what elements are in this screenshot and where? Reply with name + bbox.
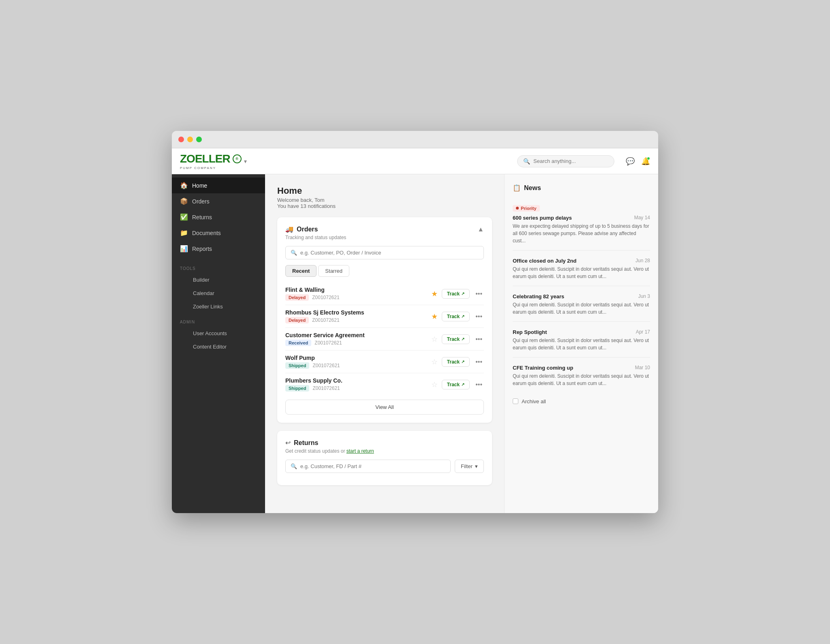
sidebar-item-returns-label: Returns	[192, 214, 212, 220]
news-item-title-2[interactable]: Celebrating 82 years	[513, 293, 634, 300]
order-id-3: Z001072621	[312, 363, 340, 368]
news-item-header-0: 600 series pump delays May 14	[513, 215, 650, 221]
main-layout: 🏠 Home 📦 Orders ✅ Returns 📁 Documents	[172, 174, 658, 513]
news-item-header-3: Rep Spotlight Apr 17	[513, 329, 650, 335]
messages-button[interactable]: 💬	[626, 157, 635, 166]
track-button-3[interactable]: Track ↗	[442, 357, 470, 367]
news-item-title-4[interactable]: CFE Training coming up	[513, 365, 631, 371]
orders-card: 🚚 Orders ▲ Tracking and status updates 🔍…	[277, 217, 492, 423]
star-button-4[interactable]: ☆	[431, 380, 438, 389]
order-actions-4: ☆ Track ↗ •••	[431, 380, 484, 389]
order-info-1: Rhombus Sj Electro Systems Delayed Z0010…	[285, 309, 426, 323]
sidebar-item-orders-label: Orders	[192, 198, 210, 205]
orders-card-subtitle: Tracking and status updates	[285, 235, 484, 240]
sidebar-item-reports[interactable]: 📊 Reports	[172, 241, 265, 257]
more-button-3[interactable]: •••	[474, 358, 484, 366]
order-name-0: Flint & Walling	[285, 287, 426, 293]
archive-row: Archive all	[513, 393, 650, 404]
order-name-2: Customer Service Agreement	[285, 332, 426, 338]
sidebar-item-returns[interactable]: ✅ Returns	[172, 209, 265, 225]
order-id-2: Z001072621	[314, 340, 342, 346]
track-button-0[interactable]: Track ↗	[442, 289, 470, 299]
more-button-4[interactable]: •••	[474, 381, 484, 388]
news-item-body-3: Qui qui rem deleniti. Suscipit in dolor …	[513, 337, 650, 351]
news-item-title-1[interactable]: Office closed on July 2nd	[513, 258, 631, 264]
track-button-1[interactable]: Track ↗	[442, 312, 470, 321]
more-button-0[interactable]: •••	[474, 290, 484, 297]
returns-card-title: Returns	[294, 439, 318, 447]
news-panel-title: 📋 News	[513, 184, 650, 192]
sidebar-item-orders[interactable]: 📦 Orders	[172, 193, 265, 209]
order-id-4: Z001072621	[312, 385, 340, 391]
sidebar-item-content-editor[interactable]: Content Editor	[172, 340, 265, 353]
order-name-1: Rhombus Sj Electro Systems	[285, 309, 426, 316]
sidebar-item-zoeller-links[interactable]: Zoeller Links	[172, 300, 265, 313]
track-link-icon-4: ↗	[461, 382, 464, 387]
archive-all-label: Archive all	[522, 398, 546, 404]
filter-label: Filter	[461, 463, 473, 469]
logo-sub: PUMP COMPANY	[180, 166, 216, 170]
orders-collapse-button[interactable]: ▲	[477, 226, 484, 233]
admin-section-label: ADMIN	[172, 313, 265, 327]
news-item-body-4: Qui qui rem deleniti. Suscipit in dolor …	[513, 372, 650, 387]
sidebar-item-builder[interactable]: Builder	[172, 273, 265, 287]
order-actions-1: ★ Track ↗ •••	[431, 312, 484, 321]
track-label-3: Track	[447, 359, 460, 365]
more-button-2[interactable]: •••	[474, 336, 484, 343]
view-all-button[interactable]: View All	[285, 400, 484, 415]
tab-recent[interactable]: Recent	[285, 265, 317, 277]
header-icons: 💬 🔔	[626, 157, 650, 166]
track-link-icon-0: ↗	[461, 291, 464, 296]
star-button-3[interactable]: ☆	[431, 357, 438, 366]
app-header: ZOELLER ® PUMP COMPANY ▾ 🔍 💬 🔔	[172, 148, 658, 174]
news-item-date-4: Mar 10	[635, 365, 650, 370]
news-item-header-2: Celebrating 82 years Jun 3	[513, 293, 650, 300]
track-link-icon-2: ↗	[461, 337, 464, 341]
star-button-0[interactable]: ★	[431, 289, 438, 298]
logo-area: ZOELLER ® PUMP COMPANY ▾	[180, 152, 261, 170]
minimize-button[interactable]	[187, 137, 193, 142]
sidebar: 🏠 Home 📦 Orders ✅ Returns 📁 Documents	[172, 174, 265, 513]
maximize-button[interactable]	[196, 137, 202, 142]
news-item-date-0: May 14	[634, 215, 650, 220]
status-badge-3: Shipped	[285, 362, 309, 369]
home-icon: 🏠	[180, 182, 187, 189]
filter-button[interactable]: Filter ▾	[455, 460, 484, 473]
orders-search-box[interactable]: 🔍	[285, 246, 484, 259]
track-button-2[interactable]: Track ↗	[442, 334, 470, 344]
track-label-0: Track	[447, 291, 460, 297]
sidebar-item-user-accounts[interactable]: User Accounts	[172, 327, 265, 340]
returns-icon: ✅	[180, 213, 187, 221]
news-item-title-3[interactable]: Rep Spotlight	[513, 329, 632, 335]
orders-search-input[interactable]	[300, 250, 479, 256]
news-item-4: CFE Training coming up Mar 10 Qui qui re…	[513, 357, 650, 393]
more-button-1[interactable]: •••	[474, 313, 484, 320]
sidebar-item-home[interactable]: 🏠 Home	[172, 178, 265, 193]
sidebar-item-documents[interactable]: 📁 Documents	[172, 225, 265, 241]
order-id-1: Z001072621	[312, 317, 339, 323]
notifications-button[interactable]: 🔔	[641, 157, 650, 166]
returns-search-input[interactable]	[300, 463, 445, 469]
search-input[interactable]	[533, 158, 608, 164]
messages-icon: 💬	[626, 157, 635, 165]
news-item-title-0[interactable]: 600 series pump delays	[513, 215, 630, 221]
page-welcome: Welcome back, Tom	[277, 197, 492, 203]
sidebar-item-calendar[interactable]: Calendar	[172, 287, 265, 300]
global-search-box[interactable]: 🔍	[517, 155, 614, 167]
app-window: ZOELLER ® PUMP COMPANY ▾ 🔍 💬 🔔	[172, 131, 658, 513]
star-button-2[interactable]: ☆	[431, 335, 438, 344]
start-return-link[interactable]: start a return	[347, 448, 374, 454]
order-info-2: Customer Service Agreement Received Z001…	[285, 332, 426, 346]
track-link-icon-1: ↗	[461, 314, 464, 319]
returns-subtitle-prefix: Get credit status updates or	[285, 448, 347, 454]
order-id-0: Z001072621	[312, 295, 339, 300]
header-chevron-icon[interactable]: ▾	[244, 158, 247, 165]
returns-search-icon: 🔍	[291, 463, 297, 469]
tab-starred[interactable]: Starred	[318, 265, 349, 277]
star-button-1[interactable]: ★	[431, 312, 438, 321]
returns-search-box[interactable]: 🔍	[285, 460, 451, 473]
archive-all-checkbox[interactable]	[513, 398, 518, 404]
page-title: Home	[277, 186, 492, 196]
close-button[interactable]	[178, 137, 184, 142]
track-button-4[interactable]: Track ↗	[442, 380, 470, 389]
